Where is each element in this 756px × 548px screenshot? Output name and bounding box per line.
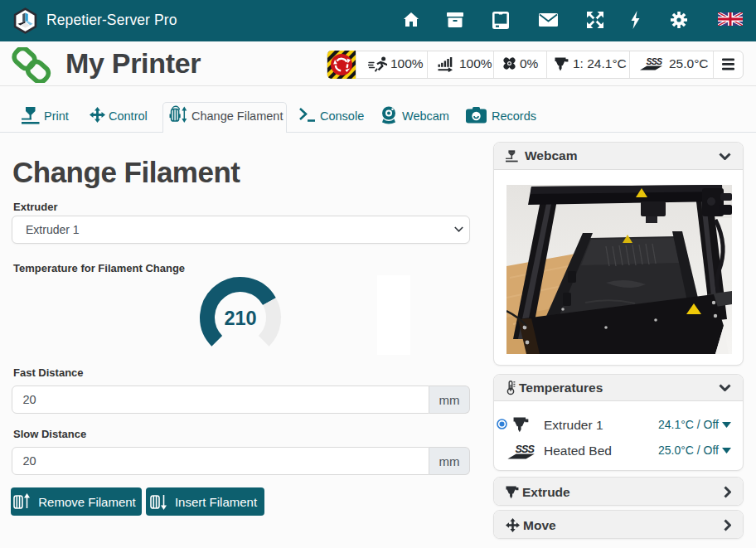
svg-text:SSS: SSS — [515, 444, 535, 455]
svg-text:210: 210 — [224, 308, 256, 329]
svg-text:SSS: SSS — [647, 56, 663, 66]
